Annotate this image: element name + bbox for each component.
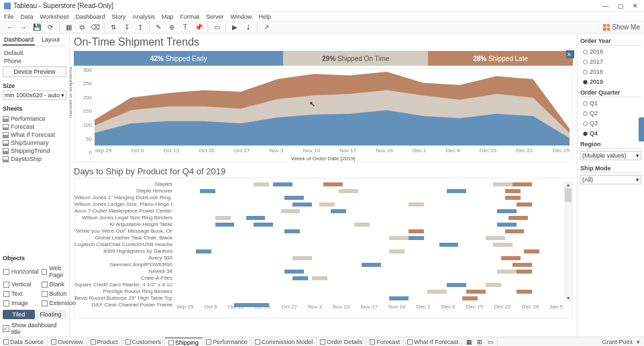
scroll-down-button[interactable]: ▾ [566, 294, 570, 302]
product-mark[interactable] [292, 276, 308, 280]
kpi-early[interactable]: 42% Shipped Early [74, 51, 283, 66]
product-mark[interactable] [524, 249, 539, 253]
product-mark[interactable] [409, 229, 424, 233]
product-mark[interactable] [493, 243, 513, 247]
back-button[interactable]: ← [4, 22, 16, 33]
obj-image[interactable]: Image [3, 299, 40, 307]
product-mark[interactable] [196, 249, 211, 253]
menu-server[interactable]: Server [206, 13, 224, 20]
product-mark[interactable] [486, 236, 505, 240]
workbook-tab-commission-model[interactable]: Commission Model [252, 337, 317, 346]
product-mark[interactable] [284, 229, 300, 233]
status-menu-icon[interactable]: ▾ [637, 339, 640, 345]
device-preview-button[interactable]: Device Preview [3, 66, 66, 77]
share-button[interactable]: ↗ [260, 22, 272, 33]
product-mark[interactable] [246, 216, 266, 220]
sheet-daystoship[interactable]: DaystoShip [3, 155, 66, 163]
product-mark[interactable] [501, 256, 521, 260]
product-mark[interactable] [493, 182, 513, 186]
clear-button[interactable]: ⌫ [89, 22, 101, 33]
product-mark[interactable] [505, 189, 521, 193]
obj-text[interactable]: Text [3, 290, 40, 298]
product-mark[interactable] [505, 229, 525, 233]
workbook-tab-shipping[interactable]: Shipping [165, 337, 203, 346]
product-mark[interactable] [517, 290, 532, 294]
product-mark[interactable] [409, 203, 424, 207]
quarter-q1[interactable]: Q1 [580, 99, 641, 107]
product-plot[interactable] [176, 181, 563, 302]
product-mark[interactable] [273, 182, 292, 186]
new-connection-button[interactable]: ⟳ [44, 22, 56, 33]
product-mark[interactable] [331, 209, 346, 213]
tab-dashboard[interactable]: Dashboard [3, 35, 35, 46]
product-mark[interactable] [505, 196, 521, 200]
kpi-late[interactable]: 28% Shipped Late [428, 51, 573, 66]
menu-map[interactable]: Map [162, 13, 174, 20]
workbook-tab-forecast[interactable]: Forecast [366, 337, 404, 346]
region-select[interactable]: (Multiple values)▾ [580, 151, 641, 160]
product-mark[interactable] [389, 249, 405, 253]
workbook-tab-performance[interactable]: Performance [203, 337, 252, 346]
product-chart[interactable]: StaplesStaple removerWilson Jones 1" Han… [74, 178, 573, 319]
product-mark[interactable] [447, 283, 466, 287]
year-2017[interactable]: 2017 [580, 58, 641, 66]
save-button[interactable]: 💾 [31, 22, 43, 33]
pin-button[interactable]: 📌 [193, 22, 205, 33]
year-2019[interactable]: 2019 [580, 78, 641, 86]
year-2016[interactable]: 2016 [580, 48, 641, 56]
product-mark[interactable] [409, 236, 424, 240]
product-mark[interactable] [513, 263, 532, 267]
product-mark[interactable] [362, 263, 381, 267]
menu-window[interactable]: Window [231, 13, 252, 20]
product-mark[interactable] [339, 189, 358, 193]
duplicate-button[interactable]: ⧉ [76, 22, 88, 33]
product-mark[interactable] [200, 189, 215, 193]
new-worksheet-button[interactable]: ▦ [62, 22, 74, 33]
product-mark[interactable] [497, 209, 517, 213]
fit-button[interactable]: ▭ [211, 22, 223, 33]
sort-asc-button[interactable]: ↧ [121, 22, 133, 33]
new-worksheet-button[interactable]: ▦ [465, 339, 473, 345]
group-button[interactable]: ⊕ [166, 22, 178, 33]
product-mark[interactable] [508, 216, 528, 220]
product-mark[interactable] [354, 223, 370, 227]
menu-data[interactable]: Data [21, 13, 34, 20]
highlight-button[interactable]: ✎ [152, 22, 164, 33]
data-source-tab[interactable]: Data Source [0, 337, 48, 346]
obj-horizontal[interactable]: Horizontal [3, 264, 40, 279]
sheet-shippingtrend[interactable]: ShippingTrend [3, 147, 66, 155]
product-mark[interactable] [284, 196, 304, 200]
product-mark[interactable] [292, 203, 312, 207]
menu-help[interactable]: Help [259, 13, 272, 20]
product-mark[interactable] [462, 296, 478, 300]
product-mark[interactable] [497, 270, 517, 274]
product-mark[interactable] [389, 296, 409, 300]
window-min-button[interactable]: — [601, 2, 610, 10]
quarter-q3[interactable]: Q3 [580, 119, 641, 127]
product-mark[interactable] [486, 283, 501, 287]
remove-sheet-button[interactable]: ✕ [566, 50, 574, 58]
product-mark[interactable] [497, 223, 517, 227]
workbook-tab-product[interactable]: Product [87, 337, 122, 346]
product-mark[interactable] [284, 270, 304, 274]
tiled-button[interactable]: Tiled [3, 310, 35, 319]
product-mark[interactable] [254, 182, 269, 186]
product-mark[interactable] [389, 236, 409, 240]
workbook-tab-customers[interactable]: Customers [122, 337, 166, 346]
menu-worksheet[interactable]: Worksheet [40, 13, 69, 20]
new-story-button[interactable]: ▭ [486, 339, 494, 345]
show-title-checkbox[interactable]: ✓ Show dashboard title [3, 322, 66, 335]
workbook-tab-order-details[interactable]: Order Details [317, 337, 366, 346]
forward-button[interactable]: → [17, 22, 30, 33]
product-mark[interactable] [281, 209, 301, 213]
area-plot[interactable]: ↖ [95, 72, 570, 146]
new-dashboard-button[interactable]: ⊞ [476, 339, 484, 345]
product-mark[interactable] [466, 290, 486, 294]
product-mark[interactable] [319, 203, 335, 207]
quarter-q4[interactable]: Q4 [580, 129, 641, 137]
tab-layout[interactable]: Layout [35, 35, 66, 46]
sheet-performance[interactable]: Performance [3, 115, 66, 123]
product-mark[interactable] [215, 216, 231, 220]
menu-story[interactable]: Story [111, 13, 125, 20]
window-max-button[interactable]: ▢ [616, 2, 625, 10]
